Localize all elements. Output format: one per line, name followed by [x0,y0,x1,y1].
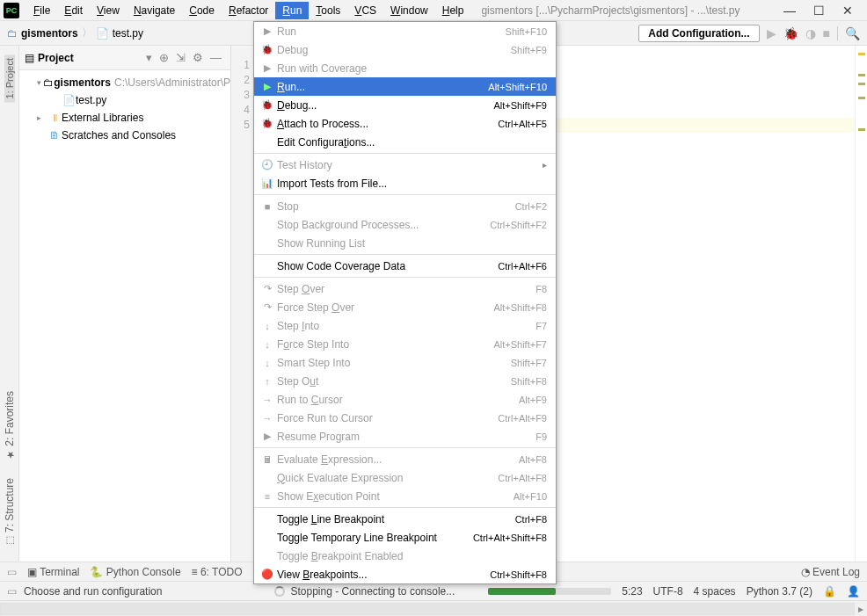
menu-item-show-code-coverage-data[interactable]: Show Code Coverage DataCtrl+Alt+F6 [254,257,556,275]
locate-icon[interactable]: ⊕ [159,51,169,64]
menu-item-label: Quick Evaluate Expression [275,472,498,484]
stop-icon[interactable]: ■ [823,26,830,40]
menu-item-toggle-line-breakpoint[interactable]: Toggle Line BreakpointCtrl+F8 [254,510,556,528]
menu-item-edit-configurations[interactable]: Edit Configurations... [254,133,556,151]
tab-event-log[interactable]: ◔ Event Log [801,566,860,578]
project-panel-header: ▤ Project ▾ ⊕ ⇲ ⚙ — [19,46,230,70]
menu-item-view-breakpoints[interactable]: 🔴View Breakpoints...Ctrl+Shift+F8 [254,565,556,583]
gear-icon[interactable]: ⚙ [193,51,203,64]
gutter-line: 4 [231,103,255,118]
tab-todo[interactable]: ≡ 6: TODO [192,566,243,578]
project-view-icon: ▤ [25,52,34,64]
hide-icon[interactable]: — [210,51,222,64]
horizontal-scrollbar[interactable]: ▸ [0,600,867,616]
hector-icon[interactable]: 👤 [847,585,860,598]
status-encoding[interactable]: UTF-8 [653,585,683,598]
menu-icon: ↓ [259,321,275,331]
play-icon: ▶ [259,62,275,74]
breadcrumb-project[interactable]: gismentors [21,27,78,40]
status-tool-icon[interactable]: ▭ [7,585,17,598]
project-panel: ▤ Project ▾ ⊕ ⇲ ⚙ — ▾🗀 gismentors C:\Use… [19,46,231,562]
menu-navigate[interactable]: Navigate [127,2,182,19]
weak-warning-marker[interactable] [858,128,865,131]
menu-item-label: Run [275,25,506,38]
bug-icon: 🐞 [259,99,275,111]
bug-icon: 🐞 [259,44,275,55]
tree-scratches-label: Scratches and Consoles [62,129,176,141]
menu-run[interactable]: Run [275,2,309,19]
menu-item-run-to-cursor: →Run to CursorAlt+F9 [254,390,556,409]
rail-structure[interactable]: ⬚ 7: Structure [4,475,16,550]
status-indent[interactable]: 4 spaces [694,585,736,598]
weak-warning-marker[interactable] [858,74,865,76]
menu-item-label: View Breakpoints... [275,569,490,581]
weak-warning-marker[interactable] [858,83,865,85]
menu-code[interactable]: Code [182,2,222,19]
menu-icon: → [259,413,275,424]
status-caret-pos[interactable]: 5:23 [622,585,642,598]
menu-item-shortcut: Shift+F7 [511,358,547,368]
menu-item-debug[interactable]: 🐞Debug...Alt+Shift+F9 [254,96,556,114]
tab-terminal[interactable]: ▣ Terminal [27,566,79,578]
rail-project[interactable]: 1: Project [4,54,15,102]
rail-favorites[interactable]: ★ 2: Favorites [4,388,16,464]
chevron-down-icon[interactable]: ▾ [146,51,152,64]
menu-item-toggle-temporary-line-breakpoint[interactable]: Toggle Temporary Line BreakpointCtrl+Alt… [254,528,556,547]
menu-vcs[interactable]: VCS [347,2,383,19]
menu-refactor[interactable]: Refactor [222,2,275,19]
maximize-icon[interactable]: ☐ [813,4,825,18]
python-file-icon: 📄 [96,27,109,40]
weak-warning-marker[interactable] [858,97,865,99]
menu-separator [254,447,556,448]
menu-window[interactable]: Window [383,2,435,19]
status-interpreter[interactable]: Python 3.7 (2) [747,585,812,598]
warning-marker[interactable] [858,53,865,55]
menu-help[interactable]: Help [435,2,471,19]
menu-item-run[interactable]: ▶Run...Alt+Shift+F10 [254,77,556,96]
breadcrumb: 🗀 gismentors 〉 📄 test.py [7,25,143,40]
menu-item-quick-evaluate-expression: Quick Evaluate ExpressionCtrl+Alt+F8 [254,468,556,487]
window-title: gismentors [...\PycharmProjects\gismento… [481,4,783,17]
project-panel-title[interactable]: Project [38,52,142,64]
breadcrumb-file[interactable]: test.py [113,27,143,40]
menu-item-shortcut: Shift+F9 [511,45,547,55]
collapse-icon[interactable]: ⇲ [176,51,186,64]
run-icon[interactable]: ▶ [767,26,776,40]
minimize-icon[interactable]: — [783,4,796,18]
menu-item-label: Resume Program [275,431,536,443]
menu-item-resume-program: ▶Resume ProgramF9 [254,427,556,446]
search-icon[interactable]: 🔍 [845,26,860,40]
menu-icon: → [259,395,275,405]
menu-icon: ↷ [259,301,275,313]
tree-root[interactable]: ▾🗀 gismentors C:\Users\Administrator\P [19,74,230,91]
tree-external-libs[interactable]: ▸⫴ External Libraries [19,109,230,127]
add-configuration-button[interactable]: Add Configuration... [638,25,759,42]
folder-icon: 🗀 [7,27,18,40]
menu-item-import-tests-from-file[interactable]: 📊Import Tests from File... [254,174,556,192]
menu-separator [254,277,556,278]
play-icon: ▶ [259,431,275,442]
collapse-tool-icon[interactable]: ▭ [7,566,17,578]
tree-scratches[interactable]: 🗎 Scratches and Consoles [19,127,230,144]
close-icon[interactable]: ✕ [842,4,853,18]
menu-item-label: Evaluate Expression... [275,453,519,466]
menu-item-attach-to-process[interactable]: 🐞Attach to Process...Ctrl+Alt+F5 [254,114,556,133]
app-icon: PC [4,3,19,18]
debug-icon[interactable]: 🐞 [783,26,798,40]
coverage-icon[interactable]: ◑ [805,26,816,40]
menu-item-label: Force Step Into [275,338,493,351]
menu-item-shortcut: Alt+F10 [514,491,547,502]
marker-strip [855,46,867,562]
lock-icon[interactable]: 🔒 [823,585,836,598]
menu-item-debug: 🐞DebugShift+F9 [254,40,556,59]
menu-item-shortcut: F8 [536,284,547,294]
breakpoint-icon: 🔴 [259,569,275,580]
menu-edit[interactable]: Edit [57,2,90,19]
tab-python-console[interactable]: 🐍 Python Console [90,566,180,578]
menu-tools[interactable]: Tools [309,2,347,19]
menu-item-show-execution-point: ≡Show Execution PointAlt+F10 [254,487,556,505]
tree-file[interactable]: 📄 test.py [19,91,230,109]
menu-item-shortcut: Alt+Shift+F10 [488,82,547,92]
menu-view[interactable]: View [90,2,127,19]
menu-file[interactable]: File [26,2,57,19]
